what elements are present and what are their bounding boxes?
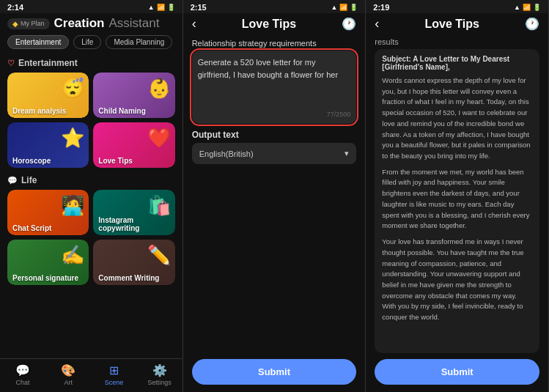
wifi-icon-3: ▲ [514, 4, 520, 11]
letter-body: Words cannot express the depth of my lov… [382, 75, 532, 323]
entertainment-label: Entertainment [18, 58, 78, 68]
child-emoji: 👶 [147, 77, 171, 100]
card-personal-signature[interactable]: ✍️ Personal signature [7, 240, 89, 285]
comment-emoji: ✏️ [147, 244, 171, 267]
card-dream-analysis[interactable]: 😴 Dream analysis [7, 73, 89, 118]
tab-art[interactable]: 🎨 Art [45, 359, 91, 392]
my-plan-label: My Plan [21, 20, 45, 27]
panel2-title: Love Tips [242, 18, 296, 31]
panel-love-tips-result: 2:19 ▲ 📶 🔋 ‹ Love Tips 🕐 results Subject… [366, 0, 549, 392]
card-sig-label: Personal signature [7, 271, 84, 285]
letter-result-box: Subject: A Love Letter to My Dearest [Gi… [375, 49, 539, 353]
card-comment-label: Comment Writing [93, 271, 164, 285]
letter-para-1: Words cannot express the depth of my lov… [382, 75, 532, 162]
clock-icon-3[interactable]: 🕐 [525, 17, 539, 31]
letter-subject: Subject: A Love Letter to My Dearest [Gi… [382, 55, 532, 71]
clock-icon-2[interactable]: 🕐 [342, 17, 356, 31]
tab-scene[interactable]: ⊞ Scene [91, 359, 136, 392]
tab-settings[interactable]: ⚙️ Settings [137, 359, 183, 392]
results-label: results [366, 34, 548, 49]
dropdown-value: English(British) [199, 149, 254, 158]
status-time-1: 2:14 [7, 3, 23, 12]
signal-icon: 📶 [157, 4, 165, 11]
back-button-3[interactable]: ‹ [375, 16, 379, 32]
dream-emoji: 😴 [61, 77, 84, 100]
status-bar-1: 2:14 ▲ 📶 🔋 [0, 0, 183, 13]
panel-creation: 2:14 ▲ 📶 🔋 ◆ My Plan Creation Assistant … [0, 0, 183, 392]
life-section-header: 💬 Life [0, 172, 183, 190]
submit-button-2[interactable]: Submit [192, 359, 357, 385]
wifi-icon-2: ▲ [331, 4, 337, 11]
status-time-2: 2:15 [191, 3, 207, 12]
requirements-label: Relationship strategy requirements [183, 34, 366, 51]
status-bar-2: 2:15 ▲ 📶 🔋 [183, 0, 366, 13]
diamond-icon: ◆ [12, 20, 18, 28]
status-icons-1: ▲ 📶 🔋 [148, 4, 175, 11]
card-dream-label: Dream analysis [7, 104, 71, 118]
card-chat-label: Chat Script [7, 221, 56, 235]
assistant-tab[interactable]: Assistant [108, 16, 159, 31]
top-nav: ◆ My Plan Creation Assistant [0, 13, 183, 35]
chat-tab-icon: 💬 [15, 363, 30, 377]
filter-tabs: Entertainment Life Media Planning [0, 35, 183, 55]
sig-emoji: ✍️ [61, 244, 84, 267]
art-tab-label: Art [65, 379, 73, 386]
card-horoscope-label: Horoscope [7, 154, 56, 168]
submit-button-3[interactable]: Submit [375, 359, 539, 385]
char-count: 77/2500 [198, 108, 351, 118]
love-tips-ring [93, 122, 174, 168]
card-instagram-label: Instagram copywriting [93, 213, 174, 235]
chat-emoji: 🧑‍💻 [61, 194, 84, 217]
scene-tab-icon: ⊞ [109, 363, 119, 377]
signal-icon-3: 📶 [523, 4, 531, 11]
scene-tab-label: Scene [105, 379, 124, 386]
life-grid: 🧑‍💻 Chat Script 🛍️ Instagram copywriting… [0, 190, 183, 289]
entertainment-grid: 😴 Dream analysis 👶 Child Naming ⭐ Horosc… [0, 73, 183, 172]
language-dropdown[interactable]: English(British) ▾ [192, 143, 357, 164]
card-child-label: Child Naming [93, 104, 150, 118]
chevron-down-icon: ▾ [344, 149, 349, 158]
status-time-3: 2:19 [373, 3, 389, 12]
input-area-wrapper: Generate a 520 love letter for my girlfr… [192, 51, 357, 124]
status-icons-3: ▲ 📶 🔋 [514, 4, 541, 11]
chat-tab-label: Chat [16, 379, 30, 386]
battery-icon-3: 🔋 [533, 4, 541, 11]
life-label: Life [21, 175, 37, 185]
settings-tab-icon: ⚙️ [152, 363, 167, 377]
panel-love-tips-form: 2:15 ▲ 📶 🔋 ‹ Love Tips 🕐 Relationship st… [183, 0, 366, 392]
filter-media-planning[interactable]: Media Planning [106, 35, 172, 49]
wifi-icon: ▲ [148, 4, 155, 11]
status-bar-3: 2:19 ▲ 📶 🔋 [366, 0, 548, 13]
heart-icon: ♡ [7, 59, 15, 68]
tab-chat[interactable]: 💬 Chat [0, 359, 45, 392]
panel3-title: Love Tips [424, 18, 479, 31]
entertainment-section-header: ♡ Entertainment [0, 55, 183, 73]
card-love-tips[interactable]: ❤️ Love Tips [93, 122, 174, 168]
input-text[interactable]: Generate a 520 love letter for my girlfr… [198, 56, 351, 108]
panel2-nav: ‹ Love Tips 🕐 [183, 13, 366, 34]
life-icon: 💬 [7, 176, 18, 185]
card-horoscope[interactable]: ⭐ Horoscope [7, 122, 89, 168]
panel3-nav: ‹ Love Tips 🕐 [366, 13, 548, 34]
letter-para-3: Your love has transformed me in ways I n… [382, 237, 532, 323]
signal-icon-2: 📶 [339, 4, 347, 11]
art-tab-icon: 🎨 [61, 363, 75, 377]
filter-entertainment[interactable]: Entertainment [7, 35, 69, 49]
output-label: Output text [183, 124, 366, 143]
card-instagram[interactable]: 🛍️ Instagram copywriting [93, 190, 174, 235]
settings-tab-label: Settings [147, 379, 172, 386]
letter-para-2: From the moment we met, my world has bee… [382, 167, 532, 232]
filter-life[interactable]: Life [73, 35, 101, 49]
bottom-tabs: 💬 Chat 🎨 Art ⊞ Scene ⚙️ Settings [0, 358, 183, 392]
card-comment-writing[interactable]: ✏️ Comment Writing [93, 240, 174, 285]
card-chat-script[interactable]: 🧑‍💻 Chat Script [7, 190, 89, 235]
battery-icon-2: 🔋 [350, 4, 358, 11]
back-button-2[interactable]: ‹ [192, 16, 196, 32]
horoscope-emoji: ⭐ [61, 127, 84, 149]
battery-icon: 🔋 [167, 4, 175, 11]
card-child-naming[interactable]: 👶 Child Naming [93, 73, 174, 118]
status-icons-2: ▲ 📶 🔋 [331, 4, 358, 11]
my-plan-badge[interactable]: ◆ My Plan [7, 18, 50, 29]
creation-tab[interactable]: Creation [54, 16, 105, 31]
